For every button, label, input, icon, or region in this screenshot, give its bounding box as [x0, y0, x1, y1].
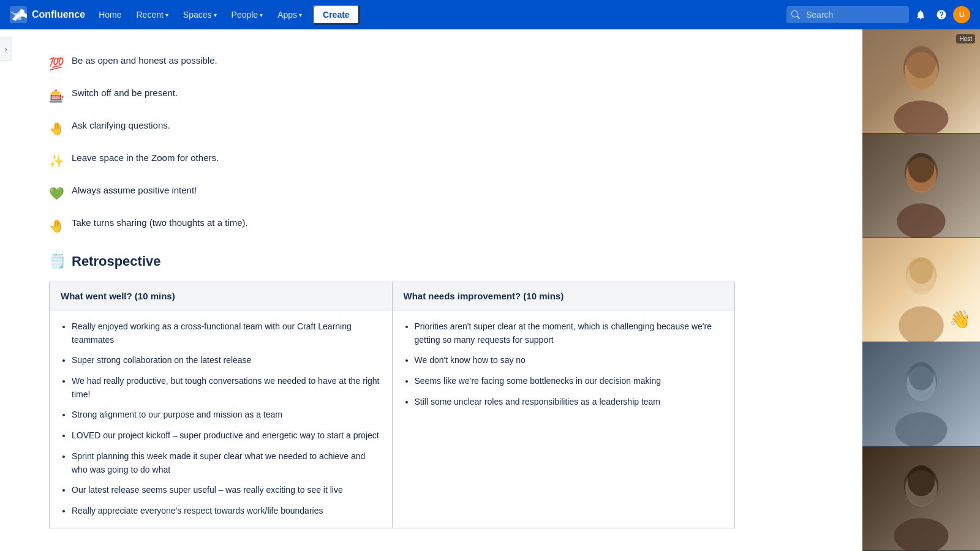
list-item: 🤚 Ask clarifying questions. [49, 119, 735, 138]
main-wrap: 💯 Be as open and honest as possible. 🎰 S… [0, 29, 980, 551]
svg-point-3 [907, 45, 936, 78]
list-item: We don't know how to say no [415, 354, 724, 367]
user-avatar[interactable]: U [953, 6, 970, 23]
spaces-chevron: ▾ [214, 12, 217, 18]
video-tile-4 [862, 342, 980, 446]
video-panel: Host [862, 29, 980, 551]
col2-list: Priorities aren't super clear at the mom… [404, 320, 724, 408]
col1-cell: Really enjoyed working as a cross-functi… [50, 310, 393, 528]
logo-text: Confluence [32, 9, 85, 20]
list-item: 🤚 Take turns sharing (two thoughts at a … [49, 216, 735, 235]
col1-header: What went well? (10 mins) [50, 282, 393, 310]
video-name-1: Host [956, 34, 975, 43]
svg-rect-4 [894, 100, 948, 133]
create-button[interactable]: Create [313, 5, 360, 24]
svg-rect-16 [895, 412, 947, 446]
nav-apps[interactable]: Apps ▾ [271, 6, 308, 23]
nav-people[interactable]: People ▾ [225, 6, 270, 23]
list-item: 💯 Be as open and honest as possible. [49, 54, 735, 73]
video-tile-5 [862, 447, 980, 551]
svg-point-11 [910, 258, 933, 284]
help-button[interactable] [932, 6, 951, 24]
list-item: Our latest release seems super useful – … [72, 484, 381, 497]
list-item: Sprint planning this week made it super … [72, 450, 381, 476]
list-item: LOVED our project kickoff – super produc… [72, 429, 381, 443]
person-silhouette-1 [862, 29, 980, 133]
nav-spaces[interactable]: Spaces ▾ [177, 6, 223, 23]
list-item: Strong alignment to our purpose and miss… [72, 408, 381, 422]
retrospective-heading-text: Retrospective [72, 253, 161, 269]
sidebar-toggle[interactable]: › [0, 37, 12, 61]
wave-emoji: 👋 [949, 309, 971, 329]
content-area: 💯 Be as open and honest as possible. 🎰 S… [0, 29, 772, 551]
col2-header: What needs improvement? (10 mins) [392, 282, 735, 310]
navbar: Confluence Home Recent ▾ Spaces ▾ People… [0, 0, 980, 29]
bullet-list: 💯 Be as open and honest as possible. 🎰 S… [49, 54, 735, 235]
list-item: Really enjoyed working as a cross-functi… [72, 320, 381, 347]
bullet-emoji-5: 🤚 [49, 217, 64, 235]
bullet-text-5: Take turns sharing (two thoughts at a ti… [72, 216, 248, 230]
bullet-emoji-0: 💯 [49, 54, 64, 73]
confluence-logo[interactable]: Confluence [10, 6, 85, 23]
col2-cell: Priorities aren't super clear at the mom… [392, 310, 735, 528]
list-item: Super strong collaboration on the latest… [72, 354, 381, 367]
video-tile-1: Host [862, 29, 980, 133]
video-tile-3: 👋 [862, 238, 980, 342]
list-item: Priorities aren't super clear at the mom… [415, 320, 724, 347]
svg-rect-20 [894, 518, 948, 550]
recent-chevron: ▾ [165, 12, 168, 18]
bullet-text-0: Be as open and honest as possible. [72, 54, 217, 68]
person-silhouette-2 [862, 133, 980, 237]
svg-point-15 [909, 362, 934, 390]
bullet-text-4: Always assume positive intent! [72, 184, 197, 198]
nav-home[interactable]: Home [92, 6, 127, 23]
people-chevron: ▾ [260, 12, 263, 18]
list-item: Still some unclear roles and responsibil… [415, 395, 724, 409]
person-silhouette-4 [862, 342, 980, 446]
bullet-emoji-4: 💚 [49, 184, 64, 203]
svg-rect-12 [899, 306, 944, 342]
svg-rect-8 [897, 204, 945, 238]
list-item: We had really productive, but tough conv… [72, 375, 381, 401]
list-item: Really appreciate everyone's respect tow… [72, 504, 381, 518]
list-item: Seems like we're facing some bottlenecks… [415, 375, 724, 388]
retrospective-emoji: 🗒️ [49, 253, 66, 269]
col1-list: Really enjoyed working as a cross-functi… [61, 320, 381, 518]
bullet-text-1: Switch off and be present. [72, 86, 178, 100]
bullet-text-2: Ask clarifying questions. [72, 119, 170, 133]
bullet-text-3: Leave space in the Zoom for others. [72, 151, 219, 165]
apps-chevron: ▾ [299, 12, 302, 18]
svg-point-7 [908, 153, 935, 182]
list-item: ✨ Leave space in the Zoom for others. [49, 151, 735, 170]
search-wrap [786, 6, 909, 23]
video-tile-2 [862, 133, 980, 238]
bullet-emoji-1: 🎰 [49, 87, 64, 105]
list-item: 🎰 Switch off and be present. [49, 86, 735, 105]
bullet-emoji-3: ✨ [49, 152, 64, 170]
search-input[interactable] [786, 6, 909, 23]
retrospective-table: What went well? (10 mins) What needs imp… [49, 282, 735, 528]
person-silhouette-5 [862, 447, 980, 550]
list-item: 💚 Always assume positive intent! [49, 184, 735, 203]
nav-recent[interactable]: Recent ▾ [130, 6, 174, 23]
bullet-emoji-2: 🤚 [49, 119, 64, 138]
retrospective-heading: 🗒️ Retrospective [49, 253, 735, 269]
notifications-button[interactable] [911, 6, 930, 24]
svg-point-19 [908, 465, 935, 496]
